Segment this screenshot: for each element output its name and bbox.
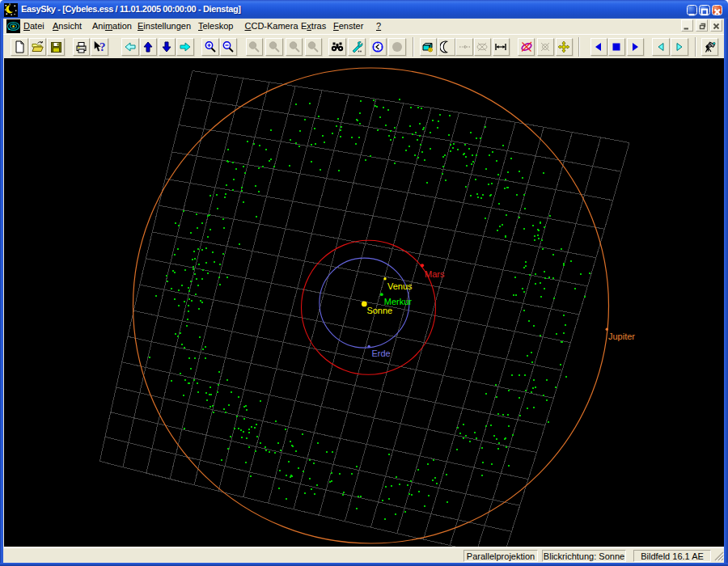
svg-text:Sonne: Sonne [366, 306, 392, 315]
svg-text:?: ? [99, 40, 106, 53]
svg-text:Erde: Erde [371, 348, 390, 358]
svg-text:Jupiter: Jupiter [608, 332, 635, 341]
svg-text:Mars: Mars [425, 269, 445, 279]
svg-text:Venus: Venus [387, 281, 413, 291]
